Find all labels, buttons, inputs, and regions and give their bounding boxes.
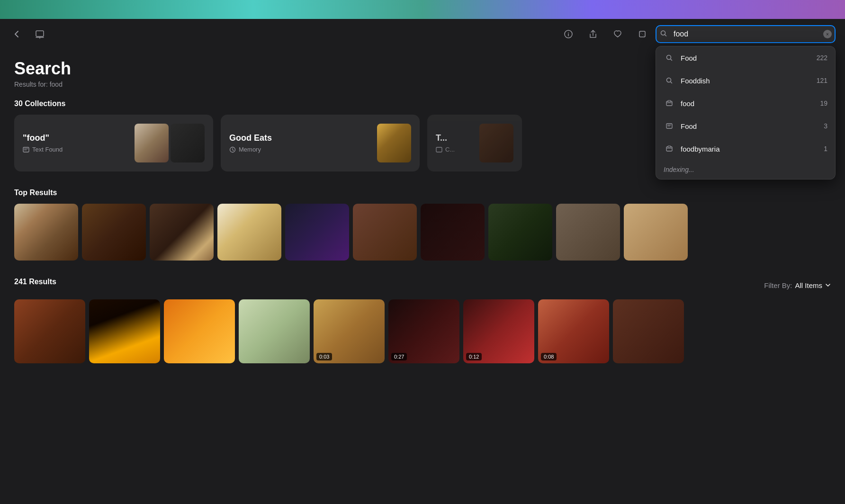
search-icon (660, 30, 667, 38)
collection-info: Good Eats Memory (229, 133, 272, 153)
result-photo[interactable] (14, 299, 85, 363)
top-result-photo[interactable] (353, 204, 417, 261)
search-container: food × Food 222 (656, 25, 836, 43)
collection-icon (664, 98, 675, 109)
collection-thumb (479, 124, 513, 162)
toolbar: food × Food 222 (0, 19, 845, 49)
dropdown-item-label: Food (681, 54, 817, 62)
svg-rect-11 (668, 146, 671, 147)
filter-button[interactable]: Filter By: All Items (764, 281, 831, 289)
collection-card-good-eats[interactable]: Good Eats Memory (221, 115, 420, 171)
chevron-down-icon (825, 282, 831, 288)
search-result-icon (664, 75, 675, 86)
top-result-photo[interactable] (285, 204, 349, 261)
search-input[interactable]: food (656, 25, 836, 43)
filter-value: All Items (795, 281, 822, 289)
indexing-status: Indexing... (656, 160, 835, 179)
svg-rect-8 (668, 100, 671, 102)
collection-name: "food" (23, 133, 63, 143)
collection-icon (664, 143, 675, 154)
top-results-grid (14, 204, 831, 261)
dropdown-item-label: food (681, 99, 820, 108)
dropdown-item-food[interactable]: Food 222 (656, 46, 835, 69)
slideshow-button[interactable] (32, 27, 47, 42)
dropdown-item-count: 19 (820, 99, 827, 107)
result-photo[interactable] (613, 299, 684, 363)
svg-rect-14 (436, 147, 442, 152)
collection-name: T... (436, 133, 455, 143)
back-button[interactable] (9, 27, 25, 42)
dropdown-item-food-text[interactable]: Food 3 (656, 115, 835, 137)
collection-card-food-text[interactable]: "food" Text Found (14, 115, 213, 171)
svg-rect-0 (36, 31, 44, 36)
rotate-button[interactable] (635, 27, 650, 42)
result-photo[interactable]: 0:03 (314, 299, 385, 363)
top-result-photo[interactable] (488, 204, 552, 261)
search-dropdown: Food 222 Fooddish 121 (656, 46, 836, 180)
dropdown-item-label: Food (681, 122, 824, 130)
dropdown-item-count: 222 (817, 54, 827, 62)
all-results-section-title: 241 Results (14, 278, 56, 286)
filter-label: Filter By: (764, 281, 792, 289)
video-duration-badge: 0:12 (466, 353, 482, 360)
collection-thumb (171, 124, 205, 162)
collection-type: Text Found (23, 146, 63, 153)
collection-type: Memory (229, 146, 272, 153)
dropdown-item-foodbymaria[interactable]: foodbymaria 1 (656, 137, 835, 160)
collection-type: C... (436, 146, 455, 153)
collection-name: Good Eats (229, 133, 272, 143)
video-duration-badge: 0:03 (316, 353, 332, 360)
toolbar-right (561, 27, 650, 42)
result-photo[interactable] (239, 299, 310, 363)
top-result-photo[interactable] (82, 204, 146, 261)
collection-thumb (377, 124, 411, 162)
collection-thumbnails (479, 124, 513, 162)
result-photo[interactable]: 0:12 (463, 299, 534, 363)
search-clear-button[interactable]: × (823, 30, 832, 38)
top-result-photo[interactable] (624, 204, 688, 261)
result-photo[interactable] (164, 299, 235, 363)
top-result-photo[interactable] (150, 204, 214, 261)
svg-point-2 (568, 32, 569, 33)
search-result-icon (664, 52, 675, 63)
results-header: 241 Results Filter By: All Items (14, 278, 831, 293)
all-results-grid: 0:03 0:27 0:12 0:08 (14, 299, 831, 363)
top-results-section-title: Top Results (14, 189, 831, 197)
dropdown-item-label: foodbymaria (681, 145, 824, 153)
collection-thumbnails (377, 124, 411, 162)
dropdown-item-label: Fooddish (681, 77, 817, 85)
toolbar-left (9, 27, 47, 42)
collection-thumbnails (135, 124, 205, 162)
video-duration-badge: 0:08 (541, 353, 557, 360)
result-photo[interactable] (89, 299, 160, 363)
top-result-photo[interactable] (421, 204, 485, 261)
share-button[interactable] (585, 27, 601, 42)
favorite-button[interactable] (610, 27, 625, 42)
result-photo[interactable]: 0:27 (388, 299, 459, 363)
info-button[interactable] (561, 27, 576, 42)
dropdown-item-count: 1 (824, 145, 827, 153)
collection-info: T... C... (436, 133, 455, 153)
dropdown-item-count: 121 (817, 77, 827, 84)
result-photo[interactable]: 0:08 (538, 299, 609, 363)
collection-info: "food" Text Found (23, 133, 63, 153)
top-result-photo[interactable] (556, 204, 620, 261)
text-icon (664, 120, 675, 132)
video-duration-badge: 0:27 (391, 353, 407, 360)
dropdown-item-fooddish[interactable]: Fooddish 121 (656, 69, 835, 92)
top-result-photo[interactable] (14, 204, 78, 261)
top-result-photo[interactable] (217, 204, 281, 261)
collection-card-third[interactable]: T... C... (427, 115, 522, 171)
dropdown-item-food-collection[interactable]: food 19 (656, 92, 835, 115)
collection-thumb (135, 124, 169, 162)
dropdown-item-count: 3 (824, 122, 827, 130)
